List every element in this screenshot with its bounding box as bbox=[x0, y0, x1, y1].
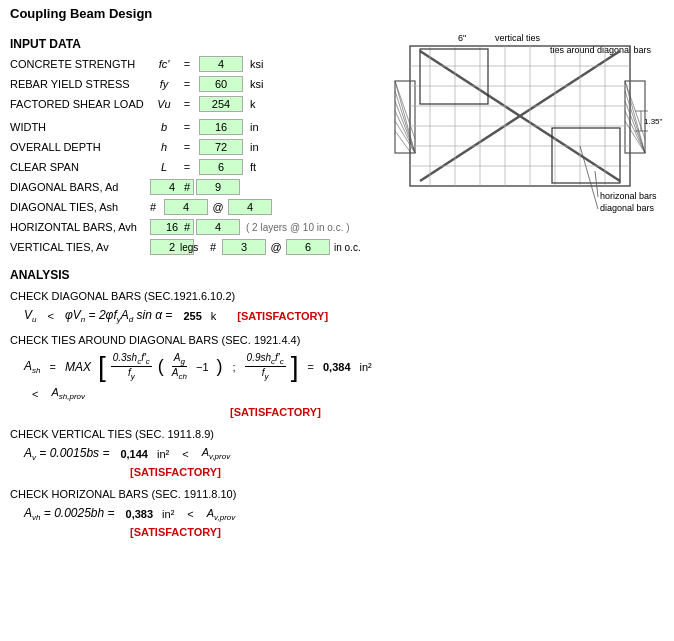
concrete-strength-row: CONCRETE STRENGTH fc' = ksi bbox=[10, 55, 380, 73]
frac3: 0.9shcf'c fy bbox=[245, 352, 286, 381]
svg-line-37 bbox=[595, 171, 598, 197]
concrete-strength-unit: ksi bbox=[246, 58, 276, 70]
concrete-strength-input[interactable] bbox=[199, 56, 243, 72]
width-input[interactable] bbox=[199, 119, 243, 135]
rebar-yield-row: REBAR YIELD STRESS fy = ksi bbox=[10, 75, 380, 93]
paren-left: ( bbox=[157, 356, 165, 377]
concrete-strength-symbol: fc' bbox=[150, 58, 178, 70]
vert-ties-spacing-input[interactable] bbox=[286, 239, 330, 255]
svg-line-9 bbox=[395, 81, 415, 139]
ties-status: [SATISFACTORY] bbox=[230, 406, 321, 418]
depth-label: OVERALL DEPTH bbox=[10, 141, 150, 153]
diag-bars-num bbox=[150, 179, 178, 195]
eq3: = bbox=[178, 98, 196, 110]
rebar-yield-input[interactable] bbox=[199, 76, 243, 92]
analysis-section: ANALYSIS CHECK DIAGONAL BARS (SEC.1921.6… bbox=[10, 268, 380, 538]
horiz-unit: in² bbox=[158, 508, 174, 520]
diag-ties-row: DIAGONAL TIES, Ash # @ bbox=[10, 198, 380, 216]
vert-ties-row: VERTICAL TIES, Av legs # @ in o.c. bbox=[10, 238, 380, 256]
horiz-satisfactory: [SATISFACTORY] bbox=[130, 526, 380, 538]
svg-line-4 bbox=[395, 91, 415, 153]
vert-ties-size-input[interactable] bbox=[222, 239, 266, 255]
concrete-strength-label: CONCRETE STRENGTH bbox=[10, 58, 150, 70]
rebar-yield-symbol: fy bbox=[150, 78, 178, 90]
horiz-bars-size bbox=[196, 219, 240, 235]
eq-result: = bbox=[304, 361, 318, 373]
check-horiz-formula: Avh = 0.0025bh = 0,383 in² < Av,prov bbox=[24, 506, 380, 522]
diag-ties-spacing-input[interactable] bbox=[228, 199, 272, 215]
semicolon: ; bbox=[229, 361, 240, 373]
rebar-yield-value bbox=[196, 76, 246, 92]
frac3-denom: fy bbox=[260, 367, 271, 381]
depth-value bbox=[196, 139, 246, 155]
rebar-yield-unit: ksi bbox=[246, 78, 276, 90]
diag-bars-label: DIAGONAL BARS, Ad bbox=[10, 181, 150, 193]
dim-label: 1.35" bbox=[644, 117, 663, 126]
eq1: = bbox=[178, 58, 196, 70]
bracket-left: [ bbox=[98, 353, 106, 381]
vert-ties-label: VERTICAL TIES, Av bbox=[10, 241, 150, 253]
vert-ties-unit: in o.c. bbox=[330, 242, 361, 253]
vert-ties-val2 bbox=[286, 239, 330, 255]
right-panel: 6" vertical ties ties around diagonal ba… bbox=[380, 29, 670, 538]
frac1-numer: 0.3shcf'c bbox=[111, 352, 152, 367]
diag-bars-size-input[interactable] bbox=[196, 179, 240, 195]
horiz-status: [SATISFACTORY] bbox=[130, 526, 221, 538]
avh-prov-symbol: Av,prov bbox=[207, 507, 236, 522]
less-than-4: < bbox=[179, 508, 201, 520]
page-container: Coupling Beam Design INPUT DATA CONCRETE… bbox=[0, 0, 674, 544]
horiz-bars-diagram-label: horizonal bars bbox=[600, 191, 657, 201]
svg-line-38 bbox=[580, 146, 598, 209]
depth-symbol: h bbox=[150, 141, 178, 153]
depth-unit: in bbox=[246, 141, 276, 153]
check-vert-title: CHECK VERTICAL TIES (SEC. 1911.8.9) bbox=[10, 428, 380, 440]
check-diag-result: 255 bbox=[177, 310, 201, 322]
horiz-bars-hash: # bbox=[178, 221, 196, 233]
eq5: = bbox=[178, 141, 196, 153]
shear-load-input[interactable] bbox=[199, 96, 243, 112]
shear-load-unit: k bbox=[246, 98, 276, 110]
clear-span-input[interactable] bbox=[199, 159, 243, 175]
vert-ties-legs bbox=[150, 239, 178, 255]
horiz-bars-size-input[interactable] bbox=[196, 219, 240, 235]
width-label: WIDTH bbox=[10, 121, 150, 133]
clear-span-row: CLEAR SPAN L = ft bbox=[10, 158, 380, 176]
check-ties-formula: Ash = MAX [ 0.3shcf'c fy ( Ag Ach −1 ) bbox=[24, 352, 380, 401]
vert-result: 0,144 bbox=[114, 448, 148, 460]
shear-load-label: FACTORED SHEAR LOAD bbox=[10, 98, 150, 110]
check-diag-bars-title: CHECK DIAGONAL BARS (SEC.1921.6.10.2) bbox=[10, 290, 380, 302]
paren-right: ) bbox=[216, 356, 224, 377]
analysis-title: ANALYSIS bbox=[10, 268, 380, 282]
frac1: 0.3shcf'c fy bbox=[111, 352, 152, 381]
width-value bbox=[196, 119, 246, 135]
content-wrapper: INPUT DATA CONCRETE STRENGTH fc' = ksi R… bbox=[10, 29, 664, 538]
max-symbol: MAX bbox=[65, 360, 91, 374]
ties-result: 0,384 bbox=[323, 361, 355, 373]
concrete-strength-value bbox=[196, 56, 246, 72]
check-diag-status: [SATISFACTORY] bbox=[221, 310, 328, 322]
bracket-right: ] bbox=[291, 353, 299, 381]
vu-symbol: Vu bbox=[24, 308, 36, 324]
horiz-bars-num bbox=[150, 219, 178, 235]
width-row: WIDTH b = in bbox=[10, 118, 380, 136]
eq2: = bbox=[178, 78, 196, 90]
av-formula: Av = 0.0015bs = bbox=[24, 446, 109, 462]
clear-span-symbol: L bbox=[150, 161, 178, 173]
input-section-title: INPUT DATA bbox=[10, 37, 380, 51]
diag-ties-hash1: # bbox=[150, 201, 164, 213]
frac1-denom: fy bbox=[126, 367, 137, 381]
horiz-bars-row: HORIZONTAL BARS, Avh # ( 2 layers @ 10 i… bbox=[10, 218, 380, 236]
frac2-numer: Ag bbox=[172, 352, 187, 367]
ash-symbol: Ash bbox=[24, 359, 40, 375]
depth-input[interactable] bbox=[199, 139, 243, 155]
less-than-1: < bbox=[41, 310, 59, 322]
shear-load-value bbox=[196, 96, 246, 112]
vert-satisfactory: [SATISFACTORY] bbox=[130, 466, 380, 478]
shear-load-row: FACTORED SHEAR LOAD Vu = k bbox=[10, 95, 380, 113]
check-horiz-title: CHECK HORIZONAL BARS (SEC. 1911.8.10) bbox=[10, 488, 380, 500]
avh-formula: Avh = 0.0025bh = bbox=[24, 506, 115, 522]
ties-unit: in² bbox=[360, 361, 372, 373]
svg-line-12 bbox=[625, 101, 645, 153]
diag-ties-num-input[interactable] bbox=[164, 199, 208, 215]
depth-row: OVERALL DEPTH h = in bbox=[10, 138, 380, 156]
